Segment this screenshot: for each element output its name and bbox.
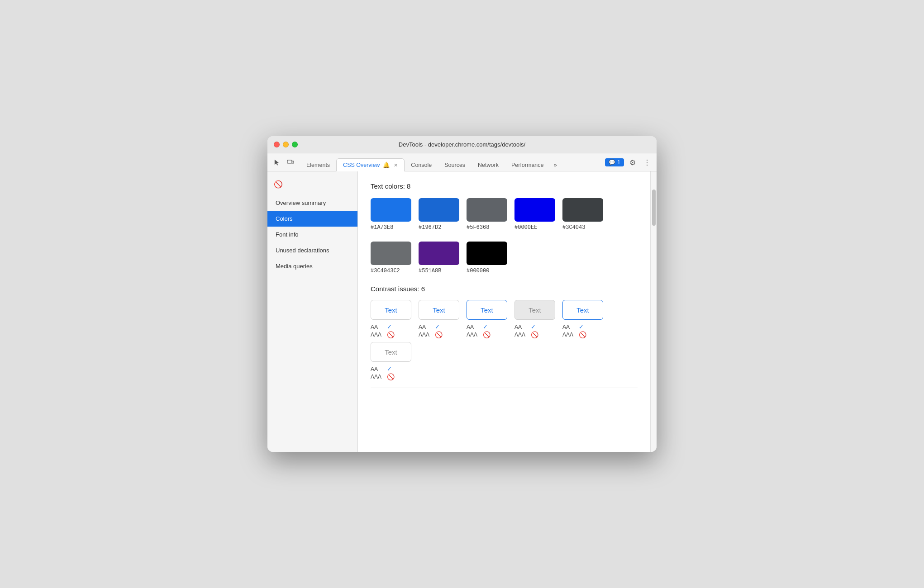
block-icon: 🚫 — [483, 331, 491, 338]
color-item[interactable]: #1967D2 — [419, 198, 459, 231]
close-button[interactable] — [274, 142, 280, 147]
tab-bar-right: 💬 1 ⚙ ⋮ — [605, 156, 653, 171]
tab-performance[interactable]: Performance — [505, 159, 550, 171]
contrast-preview-box: Text — [514, 300, 555, 320]
sidebar-top: 🚫 — [267, 175, 357, 195]
svg-rect-1 — [292, 161, 294, 163]
tab-elements[interactable]: Elements — [300, 159, 336, 171]
contrast-item[interactable]: Text AA ✓ AAA 🚫 — [419, 300, 459, 338]
color-item[interactable]: #0000EE — [514, 198, 555, 231]
aa-rating: AA ✓ — [419, 323, 459, 330]
color-swatch — [562, 198, 603, 222]
color-item[interactable]: #1A73E8 — [371, 198, 411, 231]
contrast-preview-box: Text — [419, 300, 459, 320]
contrast-item[interactable]: Text AA ✓ AAA 🚫 — [371, 342, 411, 380]
sidebar-item-colors[interactable]: Colors — [267, 211, 357, 227]
check-icon: ✓ — [531, 323, 536, 330]
aaa-rating: AAA 🚫 — [371, 373, 411, 380]
settings-button[interactable]: ⚙ — [627, 156, 638, 168]
color-hex: #1A73E8 — [371, 224, 393, 231]
content-area: Text colors: 8 #1A73E8 #1967D2 #5F6368 — [358, 171, 650, 452]
color-item[interactable]: #3C4043C2 — [371, 242, 411, 274]
contrast-text: Text — [433, 306, 445, 314]
scrollbar-thumb[interactable] — [652, 190, 656, 226]
contrast-ratings: AA ✓ AAA 🚫 — [371, 323, 411, 338]
more-options-button[interactable]: ⋮ — [641, 156, 653, 168]
cursor-icon[interactable] — [271, 156, 283, 168]
block-icon: 🚫 — [531, 331, 538, 338]
svg-rect-0 — [287, 160, 292, 163]
contrast-text: Text — [385, 306, 397, 314]
check-icon: ✓ — [483, 323, 488, 330]
contrast-ratings: AA ✓ AAA 🚫 — [514, 323, 555, 338]
contrast-item[interactable]: Text AA ✓ AAA 🚫 — [562, 300, 603, 338]
contrast-text: Text — [529, 306, 541, 314]
aaa-rating: AAA 🚫 — [419, 331, 459, 338]
aa-rating: AA ✓ — [467, 323, 507, 330]
color-swatch — [371, 242, 411, 265]
contrast-preview-box: Text — [371, 300, 411, 320]
contrast-grid-row1: Text AA ✓ AAA 🚫 — [371, 300, 638, 338]
traffic-lights — [274, 142, 298, 147]
contrast-text: Text — [481, 306, 493, 314]
more-tabs-button[interactable]: » — [550, 159, 561, 171]
contrast-grid-row2: Text AA ✓ AAA 🚫 — [371, 342, 638, 380]
check-icon: ✓ — [579, 323, 584, 330]
devtools-window: DevTools - developer.chrome.com/tags/dev… — [267, 136, 657, 452]
tab-css-overview[interactable]: CSS Overview 🔔 ✕ — [336, 158, 405, 171]
color-swatch — [419, 198, 459, 222]
minimize-button[interactable] — [283, 142, 289, 147]
aaa-rating: AAA 🚫 — [371, 331, 411, 338]
color-hex: #551A8B — [419, 268, 441, 274]
color-hex: #3C4043 — [562, 224, 585, 231]
contrast-item[interactable]: Text AA ✓ AAA 🚫 — [514, 300, 555, 338]
color-hex: #5F6368 — [467, 224, 489, 231]
title-bar: DevTools - developer.chrome.com/tags/dev… — [267, 136, 657, 153]
color-swatch — [419, 242, 459, 265]
contrast-preview-box: Text — [467, 300, 507, 320]
aaa-rating: AAA 🚫 — [514, 331, 555, 338]
contrast-item[interactable]: Text AA ✓ AAA 🚫 — [371, 300, 411, 338]
sidebar-item-font-info[interactable]: Font info — [267, 227, 357, 242]
sidebar-item-media-queries[interactable]: Media queries — [267, 258, 357, 274]
tab-network[interactable]: Network — [472, 159, 505, 171]
sidebar-item-overview-summary[interactable]: Overview summary — [267, 195, 357, 211]
color-swatch — [467, 242, 507, 265]
color-item[interactable]: #000000 — [467, 242, 507, 274]
sidebar-item-unused-declarations[interactable]: Unused declarations — [267, 242, 357, 258]
window-title: DevTools - developer.chrome.com/tags/dev… — [399, 141, 525, 148]
color-item[interactable]: #551A8B — [419, 242, 459, 274]
sidebar: 🚫 Overview summary Colors Font info Unus… — [267, 171, 358, 452]
color-swatch — [371, 198, 411, 222]
color-swatch — [467, 198, 507, 222]
check-icon: ✓ — [435, 323, 440, 330]
color-item[interactable]: #5F6368 — [467, 198, 507, 231]
contrast-ratings: AA ✓ AAA 🚫 — [562, 323, 603, 338]
scrollbar[interactable] — [650, 171, 657, 452]
maximize-button[interactable] — [292, 142, 298, 147]
contrast-text: Text — [576, 306, 589, 314]
color-hex: #1967D2 — [419, 224, 441, 231]
tab-console[interactable]: Console — [405, 159, 438, 171]
no-entry-icon: 🚫 — [273, 179, 284, 190]
tab-sources[interactable]: Sources — [438, 159, 472, 171]
tab-list: Elements CSS Overview 🔔 ✕ Console Source… — [300, 158, 605, 171]
aa-rating: AA ✓ — [371, 365, 411, 372]
device-toggle-icon[interactable] — [285, 156, 296, 168]
tab-close-icon[interactable]: ✕ — [394, 162, 398, 168]
notification-button[interactable]: 💬 1 — [605, 158, 624, 166]
aa-rating: AA ✓ — [562, 323, 603, 330]
check-icon: ✓ — [387, 365, 392, 372]
tab-bar-left-icons — [271, 156, 296, 171]
color-grid-row2: #3C4043C2 #551A8B #000000 — [371, 242, 638, 274]
contrast-preview-box: Text — [562, 300, 603, 320]
aaa-rating: AAA 🚫 — [562, 331, 603, 338]
color-item[interactable]: #3C4043 — [562, 198, 603, 231]
contrast-preview-box: Text — [371, 342, 411, 362]
section-divider — [371, 388, 638, 388]
contrast-item[interactable]: Text AA ✓ AAA 🚫 — [467, 300, 507, 338]
contrast-ratings: AA ✓ AAA 🚫 — [467, 323, 507, 338]
tab-bar: Elements CSS Overview 🔔 ✕ Console Source… — [267, 153, 657, 171]
color-hex: #0000EE — [514, 224, 537, 231]
color-hex: #3C4043C2 — [371, 268, 400, 274]
